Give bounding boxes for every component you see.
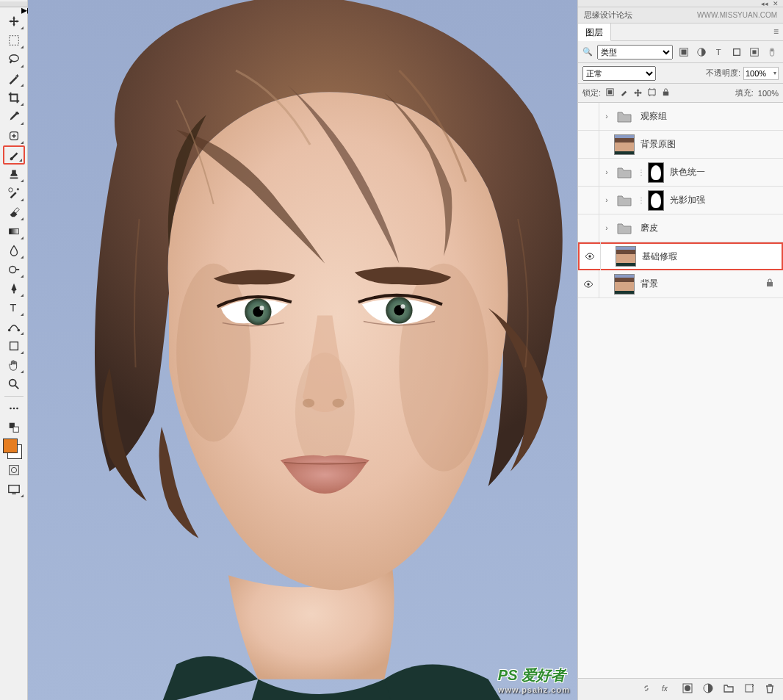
layer-name[interactable]: 观察组: [641, 110, 780, 123]
adjustment-icon[interactable]: [702, 682, 714, 696]
disclosure-icon[interactable]: ›: [602, 112, 611, 120]
lock-position-icon[interactable]: [633, 87, 643, 98]
lock-artboard-icon[interactable]: [647, 87, 657, 98]
layer-filter-row: 🔍 类型 T: [578, 41, 783, 63]
layer-name[interactable]: 磨皮: [641, 222, 780, 234]
healing-tool[interactable]: [3, 126, 25, 145]
layer-row[interactable]: ›磨皮: [578, 214, 783, 242]
layer-row[interactable]: ›⋮光影加强: [578, 187, 783, 214]
layer-thumbnail[interactable]: [616, 246, 636, 267]
svg-point-26: [259, 306, 264, 310]
layer-row[interactable]: 背景原图: [578, 131, 783, 159]
filter-pixel-icon[interactable]: [677, 46, 690, 59]
svg-point-20: [399, 264, 488, 472]
wand-tool[interactable]: [3, 69, 25, 88]
disclosure-icon[interactable]: ›: [602, 168, 611, 176]
blend-mode-select[interactable]: 正常: [582, 66, 656, 81]
fx-icon[interactable]: fx: [661, 682, 673, 696]
stamp-tool[interactable]: [3, 165, 25, 184]
layer-mask[interactable]: [648, 162, 664, 183]
link-layers-icon[interactable]: [641, 682, 652, 696]
dodge-tool[interactable]: [3, 260, 25, 279]
filter-type-select[interactable]: 类型: [597, 45, 673, 59]
svg-rect-31: [682, 49, 687, 54]
panel-header: 思缘设计论坛 WWW.MISSYUAN.COM: [578, 7, 783, 24]
quickmask-tool[interactable]: [3, 461, 25, 480]
svg-text:T: T: [10, 302, 16, 314]
layer-row[interactable]: ›⋮肤色统一: [578, 159, 783, 187]
pen-tool[interactable]: [3, 279, 25, 298]
lock-full-icon[interactable]: [661, 87, 671, 98]
svg-rect-45: [767, 282, 773, 286]
shape-tool[interactable]: [3, 336, 25, 356]
screenmode-tool[interactable]: [3, 480, 25, 499]
swap-colors[interactable]: [3, 418, 25, 437]
zoom-tool[interactable]: [3, 375, 25, 394]
layer-mask[interactable]: [648, 190, 664, 211]
layer-name[interactable]: 光影加强: [670, 194, 780, 206]
fill-value[interactable]: 100%: [758, 89, 779, 98]
svg-point-16: [11, 467, 16, 472]
svg-text:T: T: [716, 48, 721, 57]
svg-rect-17: [8, 486, 18, 493]
layer-row[interactable]: 基础修瑕: [578, 242, 783, 270]
mask-icon[interactable]: [682, 682, 693, 696]
filter-toggle[interactable]: [765, 46, 779, 59]
new-layer-icon[interactable]: [743, 682, 755, 696]
layer-thumbnail[interactable]: [614, 134, 635, 155]
eyedropper-tool[interactable]: [3, 107, 25, 126]
eraser-tool[interactable]: [3, 203, 25, 222]
layer-thumbnail[interactable]: [614, 274, 635, 295]
lasso-tool[interactable]: [3, 50, 25, 69]
layer-row[interactable]: ›观察组: [578, 103, 783, 131]
layer-name[interactable]: 肤色统一: [670, 166, 780, 178]
lock-pixels-icon[interactable]: [619, 87, 629, 98]
tools-panel: ▸▸ T: [0, 0, 28, 700]
filter-type-icon[interactable]: T: [712, 46, 726, 59]
lock-all-icon[interactable]: [605, 87, 615, 98]
path-tool[interactable]: [3, 317, 25, 336]
panel-collapse-bar[interactable]: ◂◂✕: [578, 0, 783, 7]
layer-name[interactable]: 基础修瑕: [642, 250, 779, 263]
marquee-tool[interactable]: [3, 31, 25, 50]
history-brush-tool[interactable]: [3, 184, 25, 203]
opacity-value[interactable]: 100%: [743, 67, 779, 80]
filter-shape-icon[interactable]: [730, 46, 743, 59]
disclosure-icon[interactable]: ›: [602, 224, 611, 232]
folder-icon: [614, 190, 635, 211]
tool-tab-header[interactable]: ▸▸: [0, 1, 27, 7]
folder-icon: [614, 107, 635, 127]
watermark: PS 爱好者 www.psahz.com: [498, 665, 570, 694]
visibility-toggle[interactable]: [582, 253, 597, 260]
delete-icon[interactable]: [764, 682, 776, 696]
layers-panel: ◂◂✕ 思缘设计论坛 WWW.MISSYUAN.COM 图层 ≡ 🔍 类型 T …: [577, 0, 783, 700]
edit-toolbar[interactable]: [3, 399, 25, 418]
layer-row[interactable]: 背景: [578, 270, 783, 298]
group-icon[interactable]: [723, 682, 735, 696]
layer-name[interactable]: 背景原图: [641, 138, 780, 151]
filter-search-icon[interactable]: 🔍: [582, 47, 593, 57]
svg-rect-41: [649, 90, 655, 95]
svg-point-4: [9, 267, 15, 273]
brush-tool[interactable]: [3, 145, 25, 165]
crop-tool[interactable]: [3, 88, 25, 107]
gradient-tool[interactable]: [3, 222, 25, 241]
canvas[interactable]: [28, 0, 577, 700]
svg-point-7: [17, 329, 20, 332]
svg-rect-3: [9, 228, 18, 234]
panel-menu-icon[interactable]: ≡: [769, 24, 783, 40]
visibility-toggle[interactable]: [581, 281, 596, 288]
disclosure-icon[interactable]: ›: [602, 196, 611, 204]
blur-tool[interactable]: [3, 241, 25, 260]
filter-smart-icon[interactable]: [748, 46, 761, 59]
tab-layers[interactable]: 图层: [578, 24, 611, 41]
forum-text: 思缘设计论坛: [584, 10, 632, 21]
color-swatches[interactable]: [3, 439, 25, 461]
type-tool[interactable]: T: [3, 298, 25, 317]
hand-tool[interactable]: [3, 356, 25, 375]
filter-adjust-icon[interactable]: [695, 46, 708, 59]
layer-name[interactable]: 背景: [641, 278, 762, 290]
foreground-color[interactable]: [3, 439, 18, 453]
move-tool[interactable]: [3, 12, 25, 31]
panel-tabs: 图层 ≡: [578, 24, 783, 41]
